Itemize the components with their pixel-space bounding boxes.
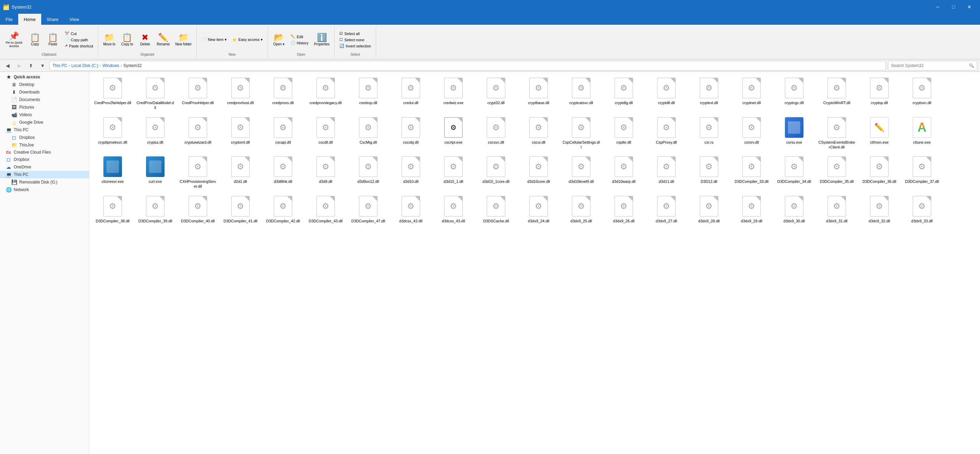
file-item[interactable]: ⚙ CredProvHelper.dll bbox=[177, 75, 218, 113]
file-item[interactable]: ⚙ D3DCompiler_43.dll bbox=[305, 193, 346, 226]
sidebar-item-dropbox-2[interactable]: ◻ Dropbox bbox=[0, 156, 89, 163]
file-item[interactable]: ⚙ d3d9on12.dll bbox=[348, 153, 389, 191]
file-item[interactable]: ⚙ csr.rs bbox=[688, 114, 730, 152]
file-item[interactable]: ⚙ credprovslegacy.dll bbox=[305, 75, 346, 113]
maximize-button[interactable]: □ bbox=[946, 2, 961, 12]
file-item[interactable]: ⚙ d3dx9_26.dll bbox=[603, 193, 644, 226]
sidebar-item-pictures[interactable]: 🖼 Pictures bbox=[0, 104, 89, 111]
tab-share[interactable]: Share bbox=[41, 14, 64, 25]
sidebar-item-this-pc[interactable]: 💻 This PC bbox=[0, 126, 89, 134]
sidebar-item-google-drive[interactable]: △ Google Drive bbox=[0, 119, 89, 126]
file-item[interactable]: ⚙ D3DCompiler_38.dll bbox=[92, 193, 133, 226]
minimize-button[interactable]: ─ bbox=[930, 2, 946, 12]
new-folder-button[interactable]: 📁 New folder bbox=[173, 33, 194, 47]
file-item[interactable]: ⚙ d3d9.dll bbox=[305, 153, 346, 191]
invert-selection-button[interactable]: 🔄 Invert selection bbox=[337, 43, 373, 49]
file-item[interactable]: ⚙ cryptdll.dll bbox=[646, 75, 687, 113]
file-item[interactable]: ⚙ credprovhost.dll bbox=[220, 75, 261, 113]
sidebar-item-quick-access[interactable]: ★ Quick access bbox=[0, 73, 89, 81]
move-to-button[interactable]: 📁 Move to bbox=[101, 33, 118, 47]
pin-to-quick-access-button[interactable]: 📌 Pin to Quick access bbox=[3, 31, 25, 48]
file-item[interactable]: ⚙ d3d10.dll bbox=[390, 153, 431, 191]
breadcrumb-part-1[interactable]: This PC bbox=[52, 63, 67, 68]
file-item[interactable]: ⚙ D3DCompiler_42.dll bbox=[262, 193, 304, 226]
search-input[interactable] bbox=[891, 63, 969, 68]
file-item[interactable]: ⚙ cryptsp.dll bbox=[859, 75, 900, 113]
sidebar-item-removable[interactable]: 💾 Removable Disk (G:) bbox=[0, 178, 89, 186]
sidebar-item-downloads[interactable]: ⬇ Downloads bbox=[0, 88, 89, 96]
file-item[interactable]: ⚙ CXHProvisioningServer.dll bbox=[177, 153, 218, 191]
file-item[interactable]: ⚙ CryptoWinRT.dll bbox=[816, 75, 858, 113]
file-item[interactable]: ⚙ D3DCompiler_40.dll bbox=[177, 193, 218, 226]
back-button[interactable]: ◀ bbox=[3, 61, 13, 70]
file-item[interactable]: ⚙ CSystemEventsBrokerClient.dll bbox=[816, 114, 858, 152]
sidebar-item-network[interactable]: 🌐 Network bbox=[0, 186, 89, 193]
new-item-button[interactable]: 📄 New item ▾ bbox=[200, 37, 229, 43]
file-item[interactable]: ⚙ d3d10level9.dll bbox=[561, 153, 602, 191]
tab-file[interactable]: File bbox=[0, 14, 18, 25]
file-item[interactable]: ⚙ CspProxy.dll bbox=[646, 114, 687, 152]
file-item[interactable]: ⚙ d3dcsx_42.dll bbox=[390, 193, 431, 226]
file-item[interactable]: ⚙ csrsrv.dll bbox=[731, 114, 772, 152]
file-item[interactable]: ⚙ d3dx9_28.dll bbox=[688, 193, 730, 226]
file-item[interactable]: ⚙ CscMig.dll bbox=[348, 114, 389, 152]
select-none-button[interactable]: ☐ Select none bbox=[337, 37, 373, 43]
file-item[interactable]: ⚙ cscobj.dll bbox=[390, 114, 431, 152]
file-item[interactable]: ⚙ D3DCompiler_33.dll bbox=[731, 153, 772, 191]
file-item[interactable]: ⚙ cryptdlg.dll bbox=[603, 75, 644, 113]
file-item[interactable]: ⚙ d2d1.dll bbox=[220, 153, 261, 191]
file-item[interactable]: ⚙ csplte.dll bbox=[603, 114, 644, 152]
sidebar-item-thiojoe[interactable]: 📁 ThioJoe bbox=[0, 141, 89, 149]
file-item[interactable]: csrss.exe bbox=[773, 114, 815, 152]
file-item[interactable]: ⚙ d3d10core.dll bbox=[518, 153, 559, 191]
file-item[interactable]: ⚙ D3DCompiler_37.dll bbox=[901, 153, 943, 191]
file-item[interactable]: ⚙ d3dx9_27.dll bbox=[646, 193, 687, 226]
file-item[interactable]: ⚙ cryptuiwizard.dll bbox=[177, 114, 218, 152]
sidebar-item-documents[interactable]: 📄 Documents bbox=[0, 96, 89, 104]
file-item[interactable]: cttunesvr.exe bbox=[92, 153, 133, 191]
file-item[interactable]: ⚙ cryptnet.dll bbox=[731, 75, 772, 113]
file-item[interactable]: ⚙ cscapi.dll bbox=[262, 114, 304, 152]
file-item[interactable]: ⚙ cryptcatsvc.dll bbox=[561, 75, 602, 113]
file-item[interactable]: ⚙ cscui.dll bbox=[518, 114, 559, 152]
file-item[interactable]: A cttune.exe bbox=[901, 114, 943, 152]
file-item[interactable]: ⚙ cryptxml.dll bbox=[220, 114, 261, 152]
file-item[interactable]: ⚙ crypt32.dll bbox=[476, 75, 517, 113]
delete-button[interactable]: ✖ Delete bbox=[137, 33, 153, 47]
file-item[interactable]: ⚙ cscsvc.dll bbox=[476, 114, 517, 152]
easy-access-button[interactable]: ⭐ Easy access ▾ bbox=[230, 37, 265, 43]
tab-view[interactable]: View bbox=[64, 14, 84, 25]
file-item[interactable]: ⚙ cryptngc.dll bbox=[773, 75, 815, 113]
file-item[interactable]: ⚙ credwiz.exe bbox=[433, 75, 474, 113]
paste-shortcut-button[interactable]: ↗ Paste shortcut bbox=[62, 43, 95, 49]
file-item[interactable]: ⚙ d3dx9_30.dll bbox=[773, 193, 815, 226]
close-button[interactable]: ✕ bbox=[961, 2, 977, 12]
file-item[interactable]: ⚙ cryptui.dll bbox=[135, 114, 176, 152]
properties-button[interactable]: ℹ️ Properties bbox=[312, 33, 332, 47]
sidebar-item-desktop[interactable]: 🖥 Desktop bbox=[0, 81, 89, 88]
copy-button[interactable]: 📋 Copy bbox=[27, 33, 43, 47]
file-item[interactable]: ⚙ credssp.dll bbox=[348, 75, 389, 113]
copy-path-button[interactable]: 📄 Copy path bbox=[62, 37, 95, 43]
cut-button[interactable]: ✂️ Cut bbox=[62, 30, 95, 37]
up-button[interactable]: ⬆ bbox=[26, 61, 36, 70]
file-item[interactable]: ⚙ crypttpmeksvc.dll bbox=[92, 114, 133, 152]
file-item[interactable]: ⚙ d3d10_1core.dll bbox=[476, 153, 517, 191]
file-item[interactable]: ⚙ d3d10_1.dll bbox=[433, 153, 474, 191]
search-box[interactable]: 🔍 bbox=[888, 61, 977, 70]
file-item[interactable]: ⚙ CredProv2faHelper.dll bbox=[92, 75, 133, 113]
file-item[interactable]: ⚙ D3DCompiler_47.dll bbox=[348, 193, 389, 226]
recent-locations-button[interactable]: ▼ bbox=[38, 61, 48, 70]
file-item[interactable]: ⚙ D3DSCache.dll bbox=[476, 193, 517, 226]
file-item[interactable]: ⚙ D3DCompiler_36.dll bbox=[859, 153, 900, 191]
file-item[interactable]: ⚙ d3d8thk.dll bbox=[262, 153, 304, 191]
file-item[interactable]: ⚙ CspCellularSettings.dll bbox=[561, 114, 602, 152]
file-item[interactable]: ⚙ D3DCompiler_39.dll bbox=[135, 193, 176, 226]
file-item[interactable]: ✏️ ctfmon.exe bbox=[859, 114, 900, 152]
sidebar-item-this-pc-active[interactable]: 💻 This PC bbox=[0, 171, 89, 178]
sidebar-item-onedrive[interactable]: ☁ OneDrive bbox=[0, 163, 89, 171]
file-item[interactable]: ⚙ d3d10warp.dll bbox=[603, 153, 644, 191]
file-item[interactable]: ⚙ d3dcsx_43.dll bbox=[433, 193, 474, 226]
file-item[interactable]: ⚙ cscdll.dll bbox=[305, 114, 346, 152]
file-item[interactable]: ⚙ d3dx9_31.dll bbox=[816, 193, 858, 226]
